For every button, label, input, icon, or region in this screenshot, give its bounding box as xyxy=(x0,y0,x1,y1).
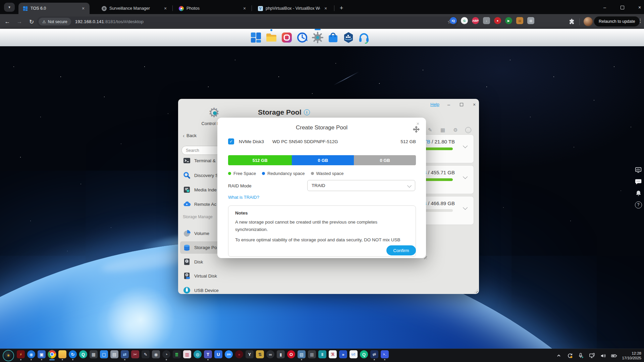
browser-minimize-button[interactable]: – xyxy=(600,3,609,12)
browser-menu-icon[interactable]: ⋮ xyxy=(637,18,644,24)
refresh-button[interactable]: ↻ xyxy=(28,18,36,26)
forward-button[interactable]: → xyxy=(15,18,23,26)
file-manager-icon[interactable] xyxy=(265,32,277,44)
profile-avatar[interactable] xyxy=(584,17,593,26)
what-is-traid-link[interactable]: What is TRAID? xyxy=(228,195,259,200)
raid-mode-select[interactable]: TRAID xyxy=(307,180,415,191)
app-media-window[interactable]: ▣ xyxy=(38,350,46,358)
window-close-button[interactable]: × xyxy=(471,102,477,108)
new-tab-button[interactable]: + xyxy=(337,3,346,13)
sidebar-item-virtual-disk[interactable]: Virtual Disk xyxy=(180,270,251,282)
app-red-lightning[interactable]: ⚡ xyxy=(17,350,25,358)
app-lc[interactable]: LC xyxy=(350,350,358,358)
app-tos-tiles[interactable]: ▢ xyxy=(100,350,108,358)
app-u[interactable]: U xyxy=(214,350,222,358)
edit-icon[interactable]: ✎ xyxy=(427,127,433,133)
back-button[interactable]: ‹ Back xyxy=(183,133,197,138)
tab-close-icon[interactable]: × xyxy=(162,5,168,11)
chevron-down-icon[interactable] xyxy=(463,174,468,179)
security-chip[interactable]: ⚠ Not secure xyxy=(39,18,71,25)
iq-extension-icon[interactable]: IQ xyxy=(450,17,457,24)
system-monitor-icon[interactable] xyxy=(634,166,643,174)
app-browser-sphere[interactable]: ◉ xyxy=(27,350,35,358)
taskbar-clock[interactable]: 12:28 17/10/2025 xyxy=(622,351,641,360)
address-bar[interactable]: ⚠ Not secure 192.168.0.141:8181/tos/#/de… xyxy=(37,16,458,27)
extensions-puzzle-icon[interactable] xyxy=(568,18,575,25)
window-maximize-button[interactable] xyxy=(459,102,465,108)
download-extension-icon[interactable]: ↓ xyxy=(483,17,490,24)
messages-icon[interactable] xyxy=(634,177,643,186)
zoom[interactable]: zm xyxy=(225,350,233,358)
start-button[interactable]: ✶ xyxy=(3,350,14,361)
app-y-tool[interactable]: Y xyxy=(246,350,254,358)
confirm-button[interactable]: Confirm xyxy=(386,245,416,255)
relaunch-button[interactable]: Relaunch to update xyxy=(594,16,640,26)
more-icon[interactable]: … xyxy=(465,127,471,133)
tab-tos[interactable]: TOS 6.0 × xyxy=(18,3,90,14)
app-rss-blue[interactable]: » xyxy=(339,350,347,358)
powershell[interactable]: >_ xyxy=(381,350,389,358)
headphones-support-icon[interactable] xyxy=(358,32,370,44)
app-remote-pc[interactable]: ⇄ xyxy=(121,350,129,358)
app-infinity[interactable]: ∞ xyxy=(266,350,274,358)
window-minimize-button[interactable]: – xyxy=(446,102,452,108)
tab-surveillance[interactable]: Surveillance Manager × xyxy=(97,3,172,14)
help-icon[interactable]: ? xyxy=(634,200,643,209)
app-teal-stats[interactable]: ‖ xyxy=(318,350,326,358)
tab-phpvirtualbox[interactable]: V phpVirtualBox - VirtualBox Web × xyxy=(254,3,332,14)
app-search-q[interactable]: Q xyxy=(79,350,87,358)
tray-network-display-icon[interactable] xyxy=(589,352,595,359)
tray-chevron-up-icon[interactable] xyxy=(555,352,562,359)
abp-extension-icon[interactable]: ABP xyxy=(472,17,479,24)
tab-close-icon[interactable]: × xyxy=(323,5,329,11)
teams[interactable]: T xyxy=(204,350,212,358)
backup-clock-icon[interactable] xyxy=(296,32,308,44)
chevron-down-icon[interactable] xyxy=(463,205,468,210)
app-dark-red[interactable]: ● xyxy=(235,350,243,358)
tab-photos[interactable]: Photos × xyxy=(174,3,251,14)
settings-icon[interactable]: ⚙ xyxy=(452,127,459,133)
screenshot-extension-icon[interactable]: ▨ xyxy=(527,17,534,24)
notifications-bell-icon[interactable] xyxy=(634,189,643,197)
app-gli[interactable]: gli xyxy=(370,350,378,358)
archive-icon[interactable]: ▦ xyxy=(440,127,446,133)
app-center-icon[interactable] xyxy=(327,32,339,44)
back-button[interactable]: ← xyxy=(3,18,11,26)
info-icon[interactable]: i xyxy=(304,109,310,115)
app-editor[interactable]: ✎ xyxy=(142,350,150,358)
control-panel-gear-icon[interactable] xyxy=(312,32,324,44)
app-red-archive[interactable]: ▥ xyxy=(183,350,191,358)
desktop-icon[interactable] xyxy=(250,32,262,44)
tray-battery-icon[interactable] xyxy=(611,352,618,359)
sidebar-item-usb-device[interactable]: USB Device xyxy=(180,284,251,294)
browser-maximize-button[interactable] xyxy=(618,3,627,12)
app-teal-globe[interactable]: ◍ xyxy=(194,350,202,358)
disk-checkbox[interactable]: ✓ xyxy=(228,138,234,144)
tab-close-icon[interactable]: × xyxy=(241,5,248,11)
obs[interactable]: ◔ xyxy=(162,350,170,358)
chrome[interactable] xyxy=(48,350,56,358)
opera[interactable]: O xyxy=(287,350,295,358)
app-green-q[interactable]: Q xyxy=(360,350,368,358)
app-white-red[interactable]: ℜ xyxy=(329,350,337,358)
app-mic[interactable]: ▮ xyxy=(277,350,285,358)
tab-close-icon[interactable]: × xyxy=(80,5,86,11)
app-profile[interactable]: ◉ xyxy=(152,350,160,358)
window-resize-handle[interactable] xyxy=(474,289,478,293)
app-server-green[interactable]: ≣ xyxy=(173,350,181,358)
app-archive[interactable]: ▤ xyxy=(110,350,118,358)
file-explorer[interactable] xyxy=(58,350,66,358)
tray-mic-location-icon[interactable] xyxy=(578,352,584,359)
tray-speaker-icon[interactable] xyxy=(600,352,606,359)
player-extension-icon[interactable]: ▶ xyxy=(505,17,512,24)
app-transfer[interactable]: ⇅ xyxy=(256,350,264,358)
app-snipper[interactable]: ▦ xyxy=(90,350,98,358)
app-clipper[interactable]: ✂ xyxy=(131,350,139,358)
adblock-extension-icon[interactable]: ● xyxy=(494,17,501,24)
help-link[interactable]: Help xyxy=(430,102,439,107)
calculator[interactable]: ▦ xyxy=(308,350,316,358)
app-sync[interactable]: ↻ xyxy=(69,350,77,358)
app-photos-thumb[interactable]: ▧ xyxy=(298,350,306,358)
docker-icon[interactable] xyxy=(342,32,355,44)
grammarly-extension-icon[interactable]: G xyxy=(461,17,468,24)
